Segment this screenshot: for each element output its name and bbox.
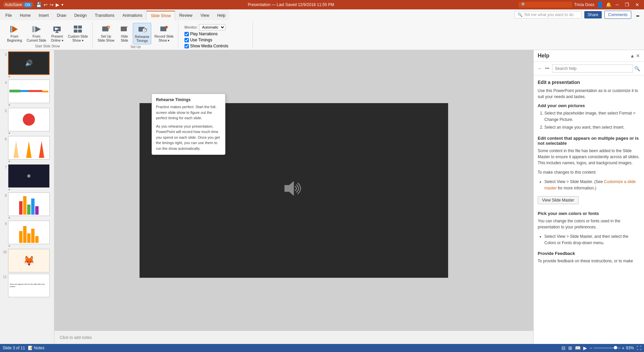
tab-design[interactable]: Design (70, 11, 91, 20)
redo-icon[interactable]: ↪ (50, 2, 54, 7)
close-button[interactable]: ✕ (633, 1, 641, 8)
slide-thumb-11[interactable]: 11 Some text appears here for this slide… (1, 274, 53, 297)
zoom-level: 93% (626, 346, 634, 350)
help-back-button[interactable]: ← (538, 66, 542, 71)
notification-icon[interactable]: 🔔 (606, 2, 611, 7)
play-narrations-row: Play Narrations (184, 32, 228, 36)
fit-to-window-button[interactable]: ⛶ (637, 345, 641, 351)
rehearse-timings-button[interactable]: ⏱ RehearseTimings (133, 23, 151, 44)
reading-view-button[interactable]: 📖 (575, 345, 581, 351)
profile-icon[interactable]: 👤 (596, 1, 604, 8)
play-narrations-checkbox[interactable] (184, 32, 189, 36)
tab-insert[interactable]: Insert (35, 11, 53, 20)
help-search-row: ← ••• 🔍 (534, 62, 644, 76)
use-timings-checkbox[interactable] (184, 38, 189, 42)
help-collapse-button[interactable]: ▲ (630, 53, 635, 58)
tab-home[interactable]: Home (16, 11, 35, 20)
record-slide-button[interactable]: Record SlideShow ▾ (153, 23, 175, 44)
svg-rect-15 (121, 27, 127, 31)
slide-thumb-4[interactable]: 4 ★ (1, 80, 53, 106)
present-online-label: PresentOnline ▾ (51, 35, 63, 43)
ribbon-search-bar[interactable]: 🔍 (519, 2, 572, 8)
zoom-out-button[interactable]: − (590, 345, 592, 351)
normal-view-button[interactable]: ⊟ (561, 345, 566, 351)
autosave-toggle[interactable]: AutoSave ON (3, 2, 34, 8)
zoom-control: − + 93% (590, 345, 634, 351)
slide-info: Slide 3 of 11 (3, 346, 25, 350)
present-online-button[interactable]: PresentOnline ▾ (49, 23, 65, 44)
tab-draw[interactable]: Draw (53, 11, 70, 20)
zoom-slider[interactable] (594, 347, 621, 349)
undo-icon[interactable]: ↩ (44, 2, 48, 7)
help-controls: ▲ ✕ (630, 53, 640, 58)
svg-text:⏱: ⏱ (144, 28, 147, 33)
speaker-icon (284, 180, 304, 201)
slide-thumb-10[interactable]: 10 🦊 (1, 249, 53, 272)
zoom-in-button[interactable]: + (622, 345, 625, 351)
minimize-button[interactable]: ─ (613, 1, 621, 8)
slide-thumb-9[interactable]: 9 ★ (1, 221, 53, 248)
help-more-button[interactable]: ••• (544, 66, 551, 71)
setup-slideshow-button[interactable]: ⚙ Set UpSlide Show (96, 23, 116, 44)
restore-button[interactable]: ❐ (623, 1, 631, 8)
tell-me-search-icon: 🔍 (518, 12, 523, 17)
custom-slide-button[interactable]: Custom SlideShow ▾ (66, 23, 90, 44)
help-search-input[interactable] (552, 64, 633, 73)
start-slideshow-group-label: Start Slide Show (35, 44, 60, 48)
edit-content-bullet1a: Select View > Slide Master. (See (544, 179, 604, 184)
edit-content-bullet-list: Select View > Slide Master. (See Customi… (544, 179, 640, 191)
ribbon-group-monitors: Monitor: Automatic Play Narrations Use T… (179, 21, 253, 48)
slide-num-5: 5 (1, 109, 7, 113)
slide-star-3: ★ (8, 75, 50, 78)
slide-thumb-5[interactable]: 5 ★ (1, 108, 53, 135)
help-ribbon-collapse[interactable]: 🗕 (634, 11, 641, 18)
title-bar-left: AutoSave ON 💾 ↩ ↪ ▶ ▾ (3, 2, 63, 8)
add-pictures-step1: Select the placeholder image, then selec… (544, 110, 640, 123)
show-media-controls-checkbox[interactable] (184, 44, 189, 48)
svg-rect-6 (56, 31, 58, 32)
tooltip-title: Rehearse Timings (156, 97, 221, 102)
custom-slide-label: Custom SlideShow ▾ (68, 35, 88, 43)
setup-slideshow-icon: ⚙ (101, 24, 111, 35)
slide-panel[interactable]: 3 🔊 ★ 4 ★ 5 (0, 50, 54, 344)
help-close-button[interactable]: ✕ (636, 53, 640, 58)
slideshow-view-button[interactable]: ▶ (583, 345, 587, 351)
pick-colors-title: Pick your own colors or fonts (538, 211, 640, 216)
tab-view[interactable]: View (197, 11, 213, 20)
setup-slideshow-label: Set UpSlide Show (98, 35, 114, 43)
tab-file[interactable]: File (1, 11, 16, 20)
record-slide-label: Record SlideShow ▾ (154, 35, 173, 43)
notes-bar[interactable]: Click to add notes (54, 331, 533, 344)
ribbon-content: FromBeginning FromCurrent Slide PresentO… (0, 20, 644, 50)
tell-me-input[interactable]: 🔍 Tell me what you want to do (515, 11, 582, 18)
svg-rect-2 (32, 26, 35, 32)
slide-preview-9 (8, 221, 50, 244)
fox-thumb-icon: 🦊 (23, 255, 35, 266)
slide-thumb-7[interactable]: 7 ★ (1, 164, 53, 191)
tab-animations[interactable]: Animations (118, 11, 146, 20)
svg-rect-9 (78, 26, 82, 29)
monitor-select[interactable]: Automatic (199, 24, 225, 30)
svg-marker-1 (12, 26, 18, 33)
slide-thumb-3[interactable]: 3 🔊 ★ (1, 51, 53, 78)
tab-transitions[interactable]: Transitions (91, 11, 118, 20)
tab-help[interactable]: Help (213, 11, 230, 20)
tab-review[interactable]: Review (175, 11, 196, 20)
hide-slide-button[interactable]: HideSlide (117, 23, 131, 44)
slide-num-7: 7 (1, 166, 7, 169)
notes-status-button[interactable]: 📝 Notes (28, 346, 45, 350)
slide-sorter-button[interactable]: ⊞ (568, 345, 572, 351)
view-slide-master-button[interactable]: View Slide Master (538, 196, 579, 204)
help-search-submit[interactable]: 🔍 (634, 66, 640, 71)
slide-thumb-8[interactable]: 8 ★ (1, 192, 53, 219)
slide-thumb-6[interactable]: 6 ★ (1, 136, 53, 163)
share-button[interactable]: Share (584, 11, 602, 18)
pick-colors-text: You can change the colors or fonts used … (538, 218, 640, 230)
from-current-button[interactable]: FromCurrent Slide (25, 23, 48, 44)
save-icon[interactable]: 💾 (36, 2, 42, 7)
comments-button[interactable]: Comments (604, 11, 631, 19)
tab-slideshow[interactable]: Slide Show (146, 11, 175, 20)
from-beginning-label: FromBeginning (7, 35, 22, 43)
present-icon[interactable]: ▶ (56, 2, 59, 7)
from-beginning-button[interactable]: FromBeginning (5, 23, 23, 44)
